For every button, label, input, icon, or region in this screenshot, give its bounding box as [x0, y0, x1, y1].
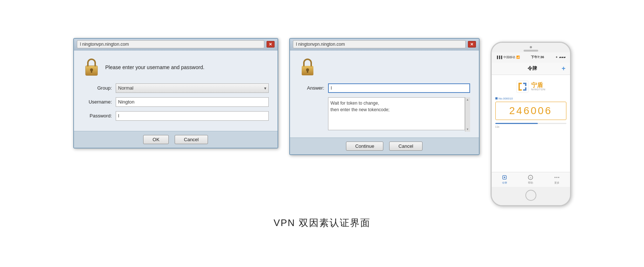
- phone-status-left: ▐▐▐ 中国移动 📶: [496, 55, 520, 59]
- answer-row: Answer:: [299, 83, 470, 93]
- battery-icon: ▰▰▰: [559, 56, 566, 59]
- info-area: ▲ ▼: [328, 97, 470, 132]
- dialog1-header: Please enter your username and password.: [83, 58, 269, 77]
- token-no-text: No.000010: [499, 97, 513, 100]
- nington-logo-icon: [516, 80, 529, 93]
- svg-point-13: [556, 177, 557, 178]
- phone-content: 宁盾 NINGTON No.000010 246006: [492, 75, 570, 172]
- phone-nav-more[interactable]: 更多: [554, 174, 560, 185]
- signal-icon: ▐▐▐: [496, 56, 502, 59]
- group-select-wrapper[interactable]: Normal ▼: [116, 83, 269, 93]
- group-select[interactable]: Normal: [116, 83, 269, 93]
- dialog1-body: Please enter your username and password.…: [74, 50, 278, 131]
- nav-help-label: 帮助: [528, 181, 533, 185]
- wifi-icon: 📶: [516, 56, 520, 59]
- token-progress-fill: [495, 123, 538, 124]
- caption-area: VPN 双因素认证界面: [273, 217, 371, 229]
- caption-text: VPN 双因素认证界面: [273, 217, 371, 228]
- group-row: Group: Normal ▼: [83, 83, 269, 93]
- right-section: ▐▐▐ 中国移动 📶 下午7:36 ✦ ▰▰▰ 令牌 +: [491, 38, 571, 206]
- phone-nav-title: 令牌: [528, 65, 537, 72]
- speaker-icon: [524, 50, 538, 52]
- token-number-label: No.000010: [495, 97, 566, 100]
- token-time-label: 11s: [495, 125, 566, 128]
- dialog1-close-button[interactable]: ✕: [267, 41, 275, 48]
- status-time: 下午7:36: [531, 55, 544, 60]
- more-nav-icon: [554, 174, 560, 180]
- token-code-box: 246006: [495, 102, 566, 120]
- cancel-button-2[interactable]: Cancel: [389, 142, 422, 151]
- dialog2-body: Answer: ▲ ▼: [290, 50, 479, 138]
- login-dialog: l ningtonvpn.nington.com ✕: [73, 38, 278, 148]
- add-token-button[interactable]: +: [562, 65, 566, 72]
- username-row: Username:: [83, 97, 269, 107]
- dialog2-header: [299, 58, 470, 77]
- nington-logo: 宁盾 NINGTON: [516, 80, 546, 93]
- dialog2-close-button[interactable]: ✕: [468, 41, 476, 48]
- phone-nav-bar: 令牌 +: [492, 63, 570, 75]
- bluetooth-icon: ✦: [555, 56, 558, 59]
- svg-rect-3: [91, 71, 92, 73]
- token-progress-bar: [495, 123, 566, 124]
- cancel-button-1[interactable]: Cancel: [175, 135, 208, 144]
- answer-dialog: l ningtonvpn.nington.com ✕: [289, 38, 480, 155]
- dialog1-footer: OK Cancel: [74, 131, 278, 148]
- carrier-label: 中国移动: [503, 55, 515, 59]
- phone-top-decor: [492, 43, 570, 52]
- ok-button[interactable]: OK: [143, 135, 169, 144]
- info-textarea-wrapper: ▲ ▼: [328, 97, 470, 132]
- token-dot: [495, 97, 498, 99]
- answer-label: Answer:: [299, 85, 328, 91]
- phone-mockup: ▐▐▐ 中国移动 📶 下午7:36 ✦ ▰▰▰ 令牌 +: [491, 42, 571, 206]
- username-label: Username:: [83, 99, 116, 105]
- nav-more-label: 更多: [554, 181, 559, 185]
- group-label: Group:: [83, 85, 116, 91]
- phone-screen: 宁盾 NINGTON No.000010 246006: [492, 75, 570, 172]
- svg-rect-7: [517, 80, 528, 92]
- phone-bottom-nav: 令牌 ? 帮助: [492, 172, 570, 187]
- nington-text: 宁盾 NINGTON: [531, 82, 546, 91]
- phone-status-right: ✦ ▰▰▰: [555, 56, 566, 59]
- help-nav-icon: ?: [528, 174, 533, 180]
- info-textarea: [328, 97, 465, 130]
- svg-text:?: ?: [530, 176, 532, 180]
- dialog1-titlebar: l ningtonvpn.nington.com ✕: [74, 39, 278, 50]
- camera-icon: [530, 46, 532, 48]
- password-row: Password:: [83, 111, 269, 121]
- dialog2-titlebar: l ningtonvpn.nington.com ✕: [290, 39, 479, 50]
- lock-icon: [83, 58, 100, 77]
- answer-input[interactable]: [328, 83, 470, 93]
- dialog2-footer: Continue Cancel: [290, 138, 479, 154]
- phone-bottom-area: [492, 187, 570, 205]
- scrollbar[interactable]: ▲ ▼: [465, 97, 470, 132]
- dialog1-prompt: Please enter your username and password.: [105, 64, 205, 70]
- svg-point-12: [554, 177, 555, 178]
- nington-name: 宁盾: [531, 82, 546, 89]
- dialog1-url-text: l ningtonvpn.nington.com: [80, 42, 129, 47]
- phone-nav-token[interactable]: 令牌: [502, 174, 507, 185]
- phone-status-bar: ▐▐▐ 中国移动 📶 下午7:36 ✦ ▰▰▰: [492, 52, 570, 63]
- password-input[interactable]: [116, 111, 269, 121]
- token-nav-icon: [502, 174, 507, 180]
- token-code: 246006: [509, 105, 552, 116]
- dialog2-url-text: l ningtonvpn.nington.com: [296, 42, 345, 47]
- dialog1-url: l ningtonvpn.nington.com: [77, 40, 264, 48]
- password-label: Password:: [83, 113, 116, 119]
- svg-point-14: [558, 177, 559, 178]
- username-input[interactable]: [116, 97, 269, 107]
- dialogs-row: l ningtonvpn.nington.com ✕: [73, 38, 571, 206]
- svg-point-9: [504, 177, 505, 178]
- continue-button[interactable]: Continue: [346, 142, 383, 151]
- lock-icon-2: [299, 58, 316, 77]
- phone-nav-help[interactable]: ? 帮助: [528, 174, 533, 185]
- nav-token-label: 令牌: [502, 181, 507, 185]
- svg-rect-6: [307, 71, 308, 73]
- home-button[interactable]: [525, 190, 536, 201]
- nington-subtitle: NINGTON: [531, 88, 546, 91]
- dialog2-url: l ningtonvpn.nington.com: [293, 40, 466, 48]
- page-wrapper: l ningtonvpn.nington.com ✕: [0, 0, 644, 267]
